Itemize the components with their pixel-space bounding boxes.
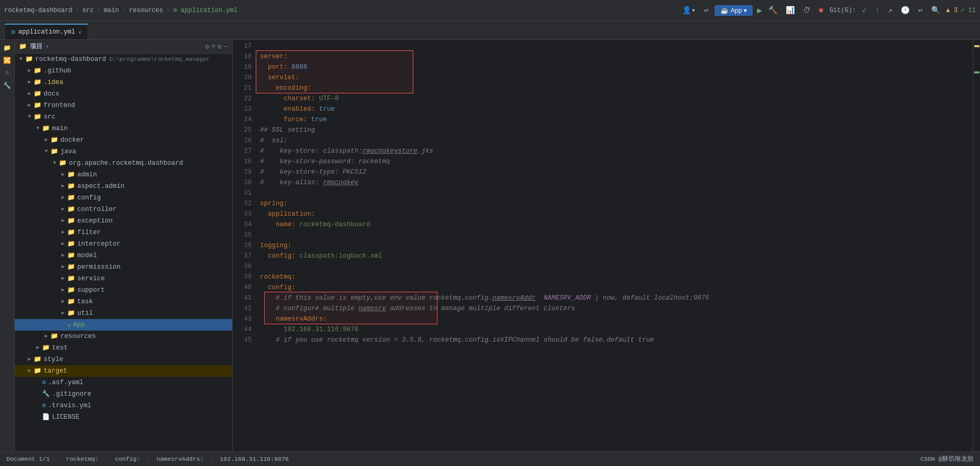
run-button[interactable]: ▶ bbox=[757, 5, 762, 16]
tree-github[interactable]: ▶ 📁 .github bbox=[15, 65, 232, 77]
search-icon[interactable]: 🔍 bbox=[929, 5, 942, 16]
tree-test[interactable]: ▶ 📁 test bbox=[15, 342, 232, 354]
tree-root[interactable]: ▼ 📁 rocketmq-dashboard D:\programme\rock… bbox=[15, 54, 232, 65]
breadcrumb: rocketmq-dashboard › src › main › resour… bbox=[4, 6, 237, 14]
sync-icon[interactable]: ⚙ bbox=[205, 43, 210, 51]
settings-icon[interactable]: ⚙ bbox=[217, 43, 222, 51]
tree-util[interactable]: ▶ 📁 util bbox=[15, 308, 232, 319]
code-line-34: name: rocketmq-dashboard bbox=[260, 219, 973, 230]
stop-icon[interactable]: ■ bbox=[817, 5, 825, 16]
resources-arrow: ▶ bbox=[42, 331, 50, 342]
tree-org[interactable]: ▼ 📁 org.apache.rocketmq.dashboard bbox=[15, 157, 232, 169]
tree-frontend[interactable]: ▶ 📁 frontend bbox=[15, 100, 232, 111]
tree-target[interactable]: ▶ 📁 target bbox=[15, 365, 232, 377]
tree-support[interactable]: ▶ 📁 support bbox=[15, 284, 232, 296]
tree-docs[interactable]: ▶ 📁 docs bbox=[15, 88, 232, 100]
minimize-icon[interactable]: — bbox=[224, 43, 228, 51]
tree-exception[interactable]: ▶ 📁 exception bbox=[15, 215, 232, 227]
tree-gitignore[interactable]: 🔧 .gitignore bbox=[15, 388, 232, 400]
project-dropdown[interactable]: ▾ bbox=[46, 43, 49, 50]
bc-resources[interactable]: resources bbox=[129, 7, 163, 14]
back-icon[interactable]: ↩ bbox=[702, 5, 711, 16]
status-right: CSDN @酥饥唯龙肪 bbox=[921, 455, 974, 463]
git-history-icon[interactable]: 🕐 bbox=[899, 5, 912, 16]
org-label: org.apache.rocketmq.dashboard bbox=[69, 158, 183, 168]
tree-license[interactable]: 📄 LICENSE bbox=[15, 411, 232, 423]
bc-src[interactable]: src bbox=[82, 7, 94, 14]
travis-icon: ⚙ bbox=[42, 400, 46, 411]
docs-label: docs bbox=[44, 89, 59, 99]
filter-label: filter bbox=[77, 227, 101, 238]
project-icon[interactable]: 📁 bbox=[2, 42, 13, 54]
license-icon: 📄 bbox=[42, 412, 50, 422]
sidebar-header: 📁 项目 ▾ ⚙ ≡ ⚙ — bbox=[15, 40, 232, 54]
project-label: 项目 bbox=[30, 42, 43, 51]
tree-model[interactable]: ▶ 📁 model bbox=[15, 250, 232, 261]
app-run-button[interactable]: ☕ App ▾ bbox=[715, 5, 753, 16]
tree-docker[interactable]: ▶ 📁 docker bbox=[15, 134, 232, 146]
tab-close-button[interactable]: ✕ bbox=[78, 29, 82, 36]
tree-app[interactable]: ☕ App bbox=[15, 319, 232, 331]
git-check-icon[interactable]: ✓ bbox=[860, 5, 869, 16]
code-line-41: # if this value is empty,use env value r… bbox=[260, 293, 973, 303]
style-arrow: ▶ bbox=[25, 354, 34, 365]
task-label: task bbox=[77, 296, 93, 307]
code-line-28: # key-store-password: rocketmq bbox=[260, 156, 973, 167]
status-rocketmq: rocketmq: bbox=[66, 456, 99, 462]
bc-root[interactable]: rocketmq-dashboard bbox=[4, 7, 72, 14]
tree-java[interactable]: ▼ 📁 java bbox=[15, 146, 232, 157]
code-line-31 bbox=[260, 188, 973, 198]
exception-arrow: ▶ bbox=[59, 216, 67, 226]
tree-permission[interactable]: ▶ 📁 permisssion bbox=[15, 261, 232, 273]
config-arrow: ▶ bbox=[59, 193, 67, 203]
asf-yaml-icon: ⚙ bbox=[42, 377, 46, 388]
tree-main[interactable]: ▼ 📁 main bbox=[15, 123, 232, 134]
git-push-icon[interactable]: ↑ bbox=[873, 5, 881, 16]
right-scroll-gutter bbox=[973, 40, 980, 451]
tree-travis[interactable]: ⚙ .travis.yml bbox=[15, 400, 232, 411]
permission-folder-icon: 📁 bbox=[67, 262, 75, 272]
tree-idea[interactable]: ▶ 📁 .idea bbox=[15, 77, 232, 88]
frontend-arrow: ▶ bbox=[25, 100, 34, 111]
tree-asf-yaml[interactable]: ⚙ .asf.yaml bbox=[15, 377, 232, 388]
user-icon[interactable]: 👤▾ bbox=[680, 5, 697, 16]
coverage-icon[interactable]: 📊 bbox=[784, 5, 797, 16]
toolbar-right: 👤▾ ↩ ☕ App ▾ ▶ 🔨 📊 ⏱ ■ Git(G): ✓ ↑ ↗ 🕐 ↩… bbox=[680, 5, 976, 16]
tree-service[interactable]: ▶ 📁 service bbox=[15, 273, 232, 284]
tree-config[interactable]: ▶ 📁 config bbox=[15, 192, 232, 204]
tree-controller[interactable]: ▶ 📁 controller bbox=[15, 204, 232, 215]
tree-interceptor[interactable]: ▶ 📁 interceptor bbox=[15, 238, 232, 250]
docs-folder-icon: 📁 bbox=[34, 89, 41, 99]
code-line-38 bbox=[260, 261, 973, 272]
collapse-icon[interactable]: ≡ bbox=[212, 43, 216, 51]
tree-src[interactable]: ▼ 📁 src bbox=[15, 111, 232, 123]
tree-resources[interactable]: ▶ 📁 resources bbox=[15, 331, 232, 342]
gutter-warning-1 bbox=[974, 45, 979, 47]
gradle-icon[interactable]: 🔧 bbox=[2, 80, 13, 91]
tree-task[interactable]: ▶ 📁 task bbox=[15, 296, 232, 308]
tree-aspect-admin[interactable]: ▶ 📁 aspect.admin bbox=[15, 181, 232, 192]
docker-folder-icon: 📁 bbox=[50, 135, 58, 145]
code-editor[interactable]: server: port: 8888 servlet: encoding: ch… bbox=[256, 40, 973, 451]
build-icon[interactable]: 🔨 bbox=[766, 5, 779, 16]
profile-icon[interactable]: ⏱ bbox=[801, 5, 812, 16]
tree-style[interactable]: ▶ 📁 style bbox=[15, 354, 232, 365]
git-pull-icon[interactable]: ↗ bbox=[886, 5, 894, 16]
git-revert-icon[interactable]: ↩ bbox=[916, 5, 924, 16]
tab-application-yml[interactable]: ⚙ application.yml ✕ bbox=[4, 24, 88, 39]
service-label: service bbox=[77, 273, 105, 284]
model-label: model bbox=[77, 250, 97, 261]
bc-main[interactable]: main bbox=[104, 7, 119, 14]
vcs-icon[interactable]: 🔀 bbox=[2, 55, 13, 66]
structure-icon[interactable]: ≡ bbox=[2, 67, 13, 79]
code-line-18: server: bbox=[260, 51, 973, 62]
editor-content[interactable]: 17 18 19 20 21 22 23 24 25 26 27 28 29 3… bbox=[233, 40, 980, 451]
tree-admin[interactable]: ▶ 📁 admin bbox=[15, 169, 232, 181]
status-badges: ▲ 3 ✓ 11 bbox=[946, 6, 976, 14]
top-toolbar: rocketmq-dashboard › src › main › resour… bbox=[0, 0, 980, 21]
resources-label: resources bbox=[60, 331, 96, 342]
git-label: Git(G): bbox=[829, 7, 856, 14]
editor-area: 17 18 19 20 21 22 23 24 25 26 27 28 29 3… bbox=[233, 40, 980, 451]
main-label: main bbox=[52, 123, 68, 134]
tree-filter[interactable]: ▶ 📁 filter bbox=[15, 227, 232, 238]
